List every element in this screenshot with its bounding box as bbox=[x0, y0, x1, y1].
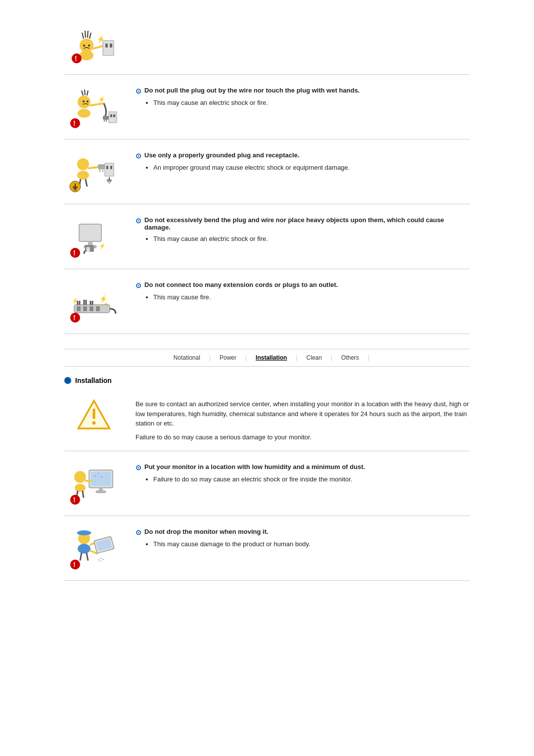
svg-line-97 bbox=[80, 553, 82, 561]
inst-icon-cell-2: ! bbox=[64, 461, 124, 506]
svg-point-1 bbox=[80, 39, 93, 52]
inst-row-3: ! ⊙ Do not drop the monitor when moving … bbox=[64, 516, 470, 581]
text-cell-2: ⊙ Do not pull the plug out by the wire n… bbox=[135, 85, 470, 108]
warning-row-3: ⊙ Use only a properly grounded plug and … bbox=[64, 140, 470, 204]
svg-point-83 bbox=[74, 471, 86, 483]
svg-text:!: ! bbox=[73, 249, 76, 257]
svg-rect-40 bbox=[105, 163, 114, 176]
shock-illustration-2: ⚡ ! bbox=[69, 85, 119, 129]
inst-row-1: Be sure to contact an authorized service… bbox=[64, 392, 470, 451]
tab-others[interactable]: Others bbox=[332, 352, 368, 363]
inst-icon-cell-3: ! bbox=[64, 526, 124, 570]
svg-rect-52 bbox=[79, 224, 101, 241]
svg-rect-82 bbox=[96, 491, 106, 493]
svg-point-78 bbox=[92, 421, 96, 425]
svg-rect-53 bbox=[88, 241, 92, 245]
svg-text:▓: ▓ bbox=[87, 247, 90, 252]
svg-rect-95 bbox=[77, 532, 91, 534]
svg-line-103 bbox=[98, 560, 102, 562]
svg-rect-27 bbox=[110, 114, 112, 117]
bullet-icon-5: ⊙ bbox=[135, 282, 141, 289]
svg-point-19 bbox=[83, 100, 85, 102]
tab-clean[interactable]: Clean bbox=[298, 352, 331, 363]
warning-title-3: ⊙ Use only a properly grounded plug and … bbox=[135, 151, 470, 160]
inst-bullet-2-1: Failure to do so may cause an electric s… bbox=[153, 475, 470, 483]
tab-installation[interactable]: Installation bbox=[247, 352, 296, 363]
bullet-list-4: This may cause an electric shock or fire… bbox=[153, 235, 470, 242]
warning-row-1: ⚡ ! bbox=[64, 15, 470, 75]
tab-power[interactable]: Power bbox=[211, 352, 245, 363]
svg-rect-37 bbox=[98, 164, 105, 169]
bullet-list-2: This may cause an electric shock or fire… bbox=[153, 99, 470, 106]
inst-plain-text-1b: Failure to do so may cause a serious dam… bbox=[135, 433, 470, 441]
warning-row-2: ⚡ ! ⊙ Do not pull the plug out by the wi… bbox=[64, 75, 470, 140]
svg-line-86 bbox=[83, 491, 84, 498]
humidity-illustration: ! bbox=[69, 461, 119, 506]
shock-illustration-1: ⚡ ! bbox=[69, 20, 119, 64]
nav-tabs: Notational | Power | Installation | Clea… bbox=[64, 349, 470, 367]
warning-row-5: ⚡ ✦ ⚡ ! ⊙ Do not connect too many extens… bbox=[64, 269, 470, 334]
inst-bullet-3-1: This may cause damage to the product or … bbox=[153, 540, 470, 548]
svg-line-22 bbox=[90, 103, 104, 105]
svg-point-33 bbox=[77, 171, 89, 180]
tab-notational[interactable]: Notational bbox=[165, 352, 209, 363]
svg-line-17 bbox=[85, 90, 85, 95]
svg-rect-41 bbox=[106, 166, 108, 169]
svg-line-35 bbox=[86, 179, 87, 187]
svg-text:!: ! bbox=[73, 496, 76, 504]
bullet-icon-2: ⊙ bbox=[135, 87, 141, 95]
inst-bullet-icon-3: ⊙ bbox=[135, 528, 141, 536]
ground-illustration bbox=[69, 149, 119, 194]
inst-icon-cell-1 bbox=[64, 397, 124, 432]
warning-sections: ⚡ ! bbox=[64, 15, 470, 334]
svg-line-2 bbox=[82, 33, 84, 39]
svg-line-3 bbox=[85, 31, 86, 38]
extension-illustration: ⚡ ✦ ⚡ ! bbox=[69, 279, 119, 324]
inst-bullet-icon-2: ⊙ bbox=[135, 464, 141, 472]
svg-text:⚡: ⚡ bbox=[98, 95, 105, 103]
svg-point-96 bbox=[78, 544, 90, 554]
svg-text:⚡: ⚡ bbox=[99, 242, 106, 249]
inst-plain-text-1: Be sure to contact an authorized service… bbox=[135, 399, 470, 428]
inst-text-cell-2: ⊙ Put your monitor in a location with lo… bbox=[135, 461, 470, 485]
bend-illustration: ▓ ⚡ ! bbox=[69, 214, 119, 259]
text-cell-4: ⊙ Do not excessively bend the plug and w… bbox=[135, 214, 470, 244]
svg-line-16 bbox=[82, 91, 83, 95]
svg-rect-63 bbox=[89, 306, 93, 311]
svg-line-98 bbox=[87, 553, 88, 561]
svg-point-90 bbox=[100, 476, 102, 478]
svg-rect-10 bbox=[105, 44, 108, 47]
triangle-warning-icon bbox=[77, 397, 111, 432]
icon-cell-2: ⚡ ! bbox=[64, 85, 124, 129]
inst-text-cell-3: ⊙ Do not drop the monitor when moving it… bbox=[135, 526, 470, 550]
svg-point-88 bbox=[94, 475, 96, 477]
svg-rect-64 bbox=[96, 306, 100, 311]
icon-cell-1: ⚡ ! bbox=[64, 20, 124, 64]
svg-text:⚡: ⚡ bbox=[96, 35, 105, 44]
svg-point-89 bbox=[97, 472, 99, 474]
svg-point-7 bbox=[88, 45, 90, 47]
bullet-list-3: An improper ground may cause electric sh… bbox=[153, 164, 470, 171]
svg-text:⚡: ⚡ bbox=[72, 297, 79, 304]
svg-point-6 bbox=[83, 45, 85, 47]
blue-dot-icon bbox=[64, 377, 71, 384]
svg-point-32 bbox=[77, 158, 89, 170]
icon-cell-5: ⚡ ✦ ⚡ ! bbox=[64, 279, 124, 324]
text-cell-3: ⊙ Use only a properly grounded plug and … bbox=[135, 149, 470, 173]
warning-title-4: ⊙ Do not excessively bend the plug and w… bbox=[135, 216, 470, 231]
svg-text:!: ! bbox=[73, 314, 76, 322]
svg-text:!: ! bbox=[75, 54, 77, 62]
warning-row-4: ▓ ⚡ ! ⊙ Do not excessively bend the plug… bbox=[64, 204, 470, 269]
inst-bullet-list-2: Failure to do so may cause an electric s… bbox=[153, 475, 470, 483]
inst-row-2: ! ⊙ Put your monitor in a location with … bbox=[64, 451, 470, 516]
svg-line-8 bbox=[93, 46, 103, 48]
svg-rect-23 bbox=[103, 116, 109, 120]
text-cell-5: ⊙ Do not connect too many extension cord… bbox=[135, 279, 470, 303]
inst-title-2: ⊙ Put your monitor in a location with lo… bbox=[135, 463, 470, 472]
text-cell-1 bbox=[135, 20, 470, 22]
svg-line-104 bbox=[100, 558, 104, 560]
bullet-item-5-1: This may cause fire. bbox=[153, 293, 470, 301]
warning-title-5: ⊙ Do not connect too many extension cord… bbox=[135, 281, 470, 289]
inst-text-cell-1: Be sure to contact an authorized service… bbox=[135, 397, 470, 441]
svg-line-5 bbox=[89, 33, 91, 39]
